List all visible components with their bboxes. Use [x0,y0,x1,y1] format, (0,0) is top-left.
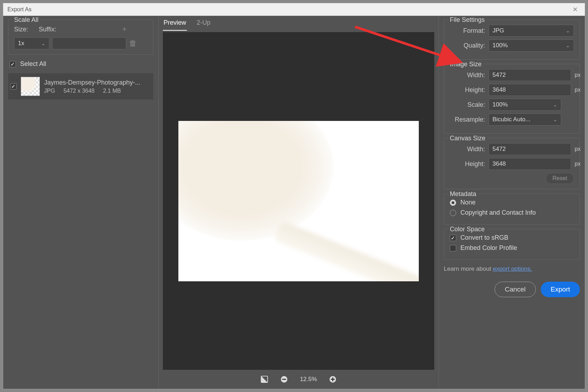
metadata-none-radio[interactable] [450,200,456,206]
scale-label: Scale: [450,101,485,109]
canvas-height-label: Height: [450,160,485,168]
suffix-label: Suffix: [39,26,116,33]
button-row: Cancel Export [444,278,580,297]
export-options-link[interactable]: export options. [493,265,532,272]
export-button[interactable]: Export [541,282,580,297]
learn-more-prefix: Learn more about [444,265,493,272]
format-value: JPG [492,27,504,34]
color-space-legend: Color Space [448,226,487,233]
dialog-title: Export As [7,6,31,13]
asset-row[interactable]: Jaymes-Dempsey-Photography-... JPG 5472 … [8,73,153,99]
scale-select[interactable]: 100% ⌄ [489,99,561,111]
dialog-content: Scale All Size: Suffix: + 1x ⌄ 🗑 S [3,16,585,389]
convert-srgb-checkbox[interactable] [450,235,456,241]
canvas-size-group: Canvas Size Width: px Height: px Reset [444,138,580,189]
height-unit: px [575,87,581,93]
scale-value: 100% [492,101,508,108]
embed-profile-label: Embed Color Profile [460,244,517,252]
asset-thumbnail [21,77,40,96]
convert-srgb-row[interactable]: Convert to sRGB [450,234,574,241]
export-as-dialog: Export As ✕ Scale All Size: Suffix: + 1x… [3,3,585,389]
height-input[interactable] [489,84,571,96]
center-panel: Preview 2-Up 12.5% [158,16,439,389]
preview-image [178,121,419,281]
left-panel: Scale All Size: Suffix: + 1x ⌄ 🗑 S [3,16,158,389]
preview-area[interactable] [163,32,434,370]
zoom-in-icon[interactable] [329,375,337,383]
zoom-bar: 12.5% [159,370,439,389]
select-all-checkbox[interactable] [10,61,16,67]
delete-scale-icon[interactable]: 🗑 [129,39,137,48]
titlebar: Export As ✕ [3,3,585,16]
quality-value: 100% [492,42,508,49]
file-settings-legend: File Settings [448,16,487,24]
tab-preview[interactable]: Preview [163,17,187,31]
format-select[interactable]: JPG ⌄ [489,25,574,37]
size-select[interactable]: 1x ⌄ [14,37,49,49]
add-scale-icon[interactable]: + [121,25,128,34]
cancel-button[interactable]: Cancel [495,282,536,297]
canvas-width-label: Width: [450,146,485,153]
suffix-input[interactable] [52,37,126,49]
select-all-label: Select All [20,60,46,68]
asset-format: JPG [44,88,55,94]
metadata-copyright-label: Copyright and Contact Info [460,209,536,216]
format-label: Format: [450,27,485,35]
embed-profile-checkbox[interactable] [450,245,456,251]
resample-value: Bicubic Auto... [492,116,531,123]
scale-all-legend: Scale All [12,16,41,24]
zoom-level: 12.5% [300,376,317,383]
chevron-down-icon: ⌄ [41,41,45,46]
asset-list: Jaymes-Dempsey-Photography-... JPG 5472 … [8,73,153,385]
size-value: 1x [18,40,24,47]
file-settings-group: File Settings Format: JPG ⌄ Quality: 100… [444,19,580,60]
metadata-legend: Metadata [448,190,478,198]
image-size-legend: Image Size [448,61,484,68]
svg-rect-3 [282,379,286,380]
resample-label: Resample: [450,116,485,123]
learn-more-text: Learn more about export options. [444,264,580,274]
metadata-none-row[interactable]: None [450,199,574,206]
quality-label: Quality: [450,42,485,49]
size-label: Size: [14,26,35,33]
chevron-down-icon: ⌄ [553,102,557,108]
canvas-width-unit: px [575,146,581,152]
contrast-icon[interactable] [261,375,268,383]
asset-dimensions: 5472 x 3648 [63,88,94,94]
height-label: Height: [450,86,485,94]
image-size-group: Image Size Width: px Height: px Scale: 1… [444,64,580,134]
canvas-height-unit: px [575,161,581,167]
zoom-out-icon[interactable] [280,375,288,383]
metadata-copyright-radio[interactable] [450,210,456,216]
metadata-group: Metadata None Copyright and Contact Info [444,194,580,225]
metadata-copyright-row[interactable]: Copyright and Contact Info [450,209,574,216]
quality-select[interactable]: 100% ⌄ [489,39,574,51]
scale-all-group: Scale All Size: Suffix: + 1x ⌄ 🗑 [8,19,153,55]
asset-checkbox[interactable] [10,83,17,90]
canvas-size-legend: Canvas Size [448,135,488,142]
width-label: Width: [450,72,485,79]
reset-button[interactable]: Reset [546,173,574,184]
color-space-group: Color Space Convert to sRGB Embed Color … [444,229,580,260]
select-all-row[interactable]: Select All [8,58,153,70]
width-input[interactable] [489,69,571,81]
svg-rect-6 [332,378,333,381]
chevron-down-icon: ⌄ [566,28,570,33]
canvas-width-input[interactable] [489,143,571,155]
asset-filesize: 2.1 MB [103,88,121,94]
chevron-down-icon: ⌄ [553,117,557,122]
preview-tabs: Preview 2-Up [159,16,439,31]
width-unit: px [575,72,581,78]
chevron-down-icon: ⌄ [566,43,570,48]
convert-srgb-label: Convert to sRGB [460,234,508,241]
metadata-none-label: None [460,199,476,206]
embed-profile-row[interactable]: Embed Color Profile [450,244,574,252]
right-panel: File Settings Format: JPG ⌄ Quality: 100… [439,16,585,389]
close-icon[interactable]: ✕ [570,4,581,15]
canvas-height-input[interactable] [489,158,571,170]
resample-select[interactable]: Bicubic Auto... ⌄ [489,114,561,125]
asset-name: Jaymes-Dempsey-Photography-... [44,79,151,86]
tab-2up[interactable]: 2-Up [196,17,211,31]
